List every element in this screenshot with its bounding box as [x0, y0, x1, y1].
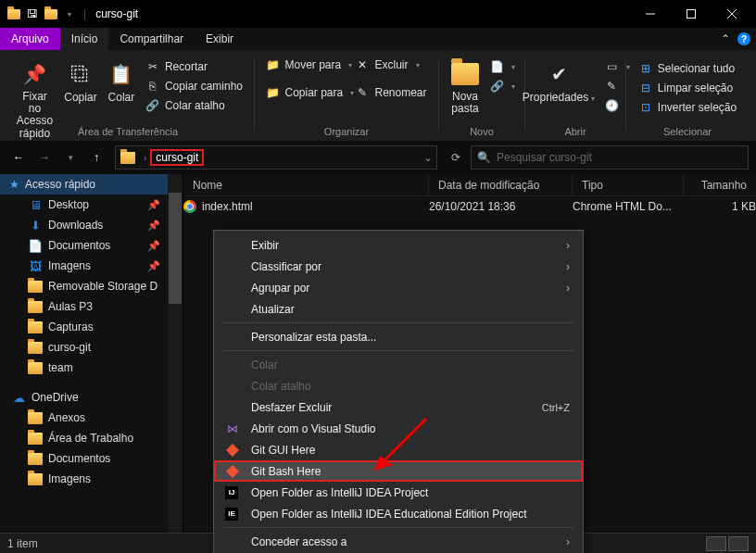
ctx-atualizar[interactable]: Atualizar: [214, 298, 583, 320]
svg-rect-5: [226, 465, 239, 478]
nav-aulas[interactable]: Aulas P3: [0, 296, 183, 317]
ctx-classificar[interactable]: Classificar por›: [214, 256, 583, 277]
group-select-label: Selecionar: [628, 126, 747, 137]
item-count: 1 item: [7, 537, 38, 550]
nav-imagens[interactable]: 🖼Imagens📌: [0, 256, 183, 276]
intellij-icon: IJ: [225, 486, 238, 499]
maximize-button[interactable]: [671, 0, 712, 28]
nav-scrollbar[interactable]: [168, 174, 183, 534]
clear-selection-button[interactable]: ⊟Limpar seleção: [635, 79, 740, 97]
tab-inicio[interactable]: Início: [60, 28, 109, 50]
ribbon: 📌Fixar no Acesso rápido ⿻Copiar 📋Colar ✂…: [0, 50, 756, 141]
col-name[interactable]: Nome: [183, 174, 429, 195]
help-icon[interactable]: ?: [737, 32, 750, 45]
nav-removable[interactable]: Removable Storage D: [0, 276, 183, 296]
new-folder-button[interactable]: Nova pasta: [445, 56, 485, 119]
search-icon: 🔍: [477, 151, 491, 164]
new-item-button[interactable]: 📄▾: [485, 57, 519, 76]
ctx-personalizar[interactable]: Personalizar esta pasta...: [214, 326, 583, 347]
nav-anexos[interactable]: Anexos: [0, 408, 183, 428]
context-menu: Exibir› Classificar por› Agrupar por› At…: [213, 230, 584, 553]
ctx-git-bash[interactable]: Git Bash Here: [214, 460, 583, 482]
forward-button[interactable]: →: [33, 146, 56, 169]
git-icon: [225, 443, 240, 458]
invert-selection-button[interactable]: ⊡Inverter seleção: [635, 98, 740, 117]
nav-curso-git[interactable]: curso-git: [0, 337, 183, 358]
cut-button[interactable]: ✂Recortar: [142, 57, 246, 76]
qa-dropdown[interactable]: ▾: [61, 6, 78, 22]
search-placeholder: Pesquisar curso-git: [497, 151, 592, 164]
file-row[interactable]: index.html 26/10/2021 18:36 Chrome HTML …: [183, 196, 756, 217]
ctx-exibir[interactable]: Exibir›: [214, 234, 583, 256]
minimize-button[interactable]: [630, 0, 671, 28]
folder-icon: [120, 149, 136, 166]
delete-button[interactable]: ✕Excluir▾: [351, 56, 422, 74]
svg-rect-4: [226, 444, 239, 457]
col-size[interactable]: Tamanho: [684, 174, 756, 195]
ctx-git-gui[interactable]: Git GUI Here: [214, 439, 583, 460]
breadcrumb-segment[interactable]: curso-git: [150, 149, 204, 166]
ctx-intellij[interactable]: IJOpen Folder as IntelliJ IDEA Project: [214, 482, 583, 503]
nav-area-trabalho[interactable]: Área de Trabalho: [0, 428, 183, 448]
chrome-icon: [183, 200, 196, 213]
qa-icon[interactable]: [43, 6, 59, 22]
view-details-icon[interactable]: [706, 536, 726, 551]
close-button[interactable]: [712, 0, 752, 28]
file-date: 26/10/2021 18:36: [429, 200, 573, 213]
ctx-conceder[interactable]: Conceder acesso a›: [214, 531, 583, 552]
nav-onedrive[interactable]: ☁OneDrive: [0, 387, 183, 408]
history-dropdown[interactable]: ▾: [59, 146, 82, 169]
address-bar[interactable]: › curso-git ⌄: [115, 145, 437, 170]
refresh-button[interactable]: ⟳: [445, 146, 467, 169]
ctx-intellij-edu[interactable]: IEOpen Folder as IntelliJ IDEA Education…: [214, 503, 583, 524]
nav-desktop[interactable]: 🖥Desktop📌: [0, 195, 183, 215]
ctx-agrupar[interactable]: Agrupar por›: [214, 277, 583, 298]
ctx-colar: Colar: [214, 354, 583, 375]
tab-compartilhar[interactable]: Compartilhar: [108, 28, 195, 50]
up-button[interactable]: ↑: [85, 146, 107, 169]
view-thumbnails-icon[interactable]: [728, 536, 749, 551]
col-date[interactable]: Data de modificação: [429, 174, 573, 195]
save-icon[interactable]: 🖫: [24, 6, 41, 22]
nav-team[interactable]: team: [0, 358, 183, 378]
easy-access-button[interactable]: 🔗▾: [485, 77, 519, 95]
paste-shortcut-button[interactable]: 🔗Colar atalho: [142, 96, 246, 115]
rename-button[interactable]: ✎Renomear: [351, 83, 430, 102]
col-type[interactable]: Tipo: [573, 174, 684, 195]
titlebar: 🖫 ▾ | curso-git: [0, 0, 756, 28]
move-to-button[interactable]: 📁Mover para▾: [262, 56, 351, 74]
file-type: Chrome HTML Do...: [573, 200, 684, 213]
pin-icon: 📌: [147, 220, 160, 232]
nav-imagens2[interactable]: Imagens: [0, 469, 183, 489]
ctx-visual-studio[interactable]: ⋈Abrir com o Visual Studio: [214, 418, 583, 439]
group-new-label: Novo: [441, 126, 523, 137]
select-all-button[interactable]: ⊞Selecionar tudo: [635, 59, 740, 78]
window-title: curso-git: [95, 7, 138, 20]
copy-to-button[interactable]: 📁Copiar para▾: [262, 83, 351, 102]
nav-quick-access[interactable]: ★Acesso rápido: [0, 174, 183, 195]
tab-arquivo[interactable]: Arquivo: [0, 28, 60, 50]
copy-path-button[interactable]: ⎘Copiar caminho: [142, 77, 246, 95]
pin-icon: 📌: [147, 199, 160, 211]
search-box[interactable]: 🔍 Pesquisar curso-git: [471, 145, 749, 170]
chevron-right-icon: ›: [566, 535, 570, 548]
ctx-desfazer[interactable]: Desfazer ExcluirCtrl+Z: [214, 396, 583, 418]
properties-button[interactable]: ✔Propriedades▾: [517, 56, 600, 115]
chevron-right-icon: ›: [566, 239, 570, 252]
back-button[interactable]: ←: [7, 146, 30, 169]
group-organize-label: Organizar: [257, 126, 436, 137]
chevron-right-icon[interactable]: ›: [144, 153, 146, 163]
breadcrumb-dropdown-icon[interactable]: ⌄: [423, 151, 433, 164]
nav-downloads[interactable]: ⬇Downloads📌: [0, 215, 183, 235]
tab-exibir[interactable]: Exibir: [195, 28, 245, 50]
nav-documentos2[interactable]: Documentos: [0, 448, 183, 469]
nav-pane[interactable]: ★Acesso rápido 🖥Desktop📌 ⬇Downloads📌 📄Do…: [0, 174, 183, 534]
column-headers[interactable]: Nome Data de modificação Tipo Tamanho: [183, 174, 756, 196]
chevron-right-icon: ›: [566, 282, 570, 295]
nav-documentos[interactable]: 📄Documentos📌: [0, 235, 183, 256]
nav-toolbar: ← → ▾ ↑ › curso-git ⌄ ⟳ 🔍 Pesquisar curs…: [0, 141, 756, 174]
collapse-ribbon-icon[interactable]: ⌃: [721, 32, 730, 45]
ctx-colar-atalho: Colar atalho: [214, 375, 583, 396]
nav-capturas[interactable]: Capturas: [0, 317, 183, 337]
svg-rect-1: [687, 10, 696, 19]
